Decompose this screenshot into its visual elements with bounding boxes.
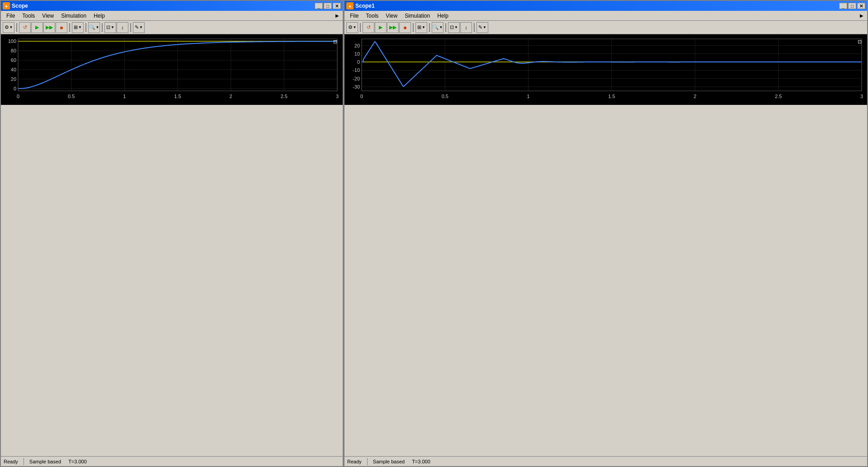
autoscale-btn-right[interactable]: ⊡▼ bbox=[448, 22, 460, 33]
sep2-right bbox=[413, 23, 414, 32]
status-ready-left: Ready bbox=[4, 459, 18, 464]
stop-btn-left[interactable]: ■ bbox=[56, 22, 67, 33]
menu-view-left[interactable]: View bbox=[38, 11, 57, 20]
settings-btn-right[interactable]: ⚙▼ bbox=[346, 22, 358, 33]
canvas-left bbox=[1, 34, 343, 104]
menu-help-left[interactable]: Help bbox=[90, 11, 108, 20]
toolbar-group3-left: ⊞▼ bbox=[72, 22, 84, 33]
toolbar-group4-left: 🔍▼ bbox=[88, 22, 100, 33]
autoscale-btn-left[interactable]: ⊡▼ bbox=[104, 22, 116, 33]
cursor-btn-left[interactable]: ↕ bbox=[117, 22, 128, 33]
menu-simulation-right[interactable]: Simulation bbox=[401, 11, 434, 20]
status-ready-right: Ready bbox=[347, 459, 362, 464]
title-bar-left-section: ▲ Scope bbox=[3, 2, 28, 9]
maximize-button-left[interactable]: □ bbox=[324, 3, 332, 9]
window-controls-right: _ □ ✕ bbox=[839, 3, 865, 9]
toolbar-group6-right: ✎▼ bbox=[476, 22, 488, 33]
scope-icon-right: ▲ bbox=[346, 2, 354, 9]
settings-btn-left[interactable]: ⚙▼ bbox=[3, 22, 14, 33]
title-bar-right: ▲ Scope1 _ □ ✕ bbox=[344, 1, 867, 11]
stop-btn-right[interactable]: ■ bbox=[399, 22, 411, 33]
status-time-left: T=3.000 bbox=[68, 459, 87, 464]
close-button-left[interactable]: ✕ bbox=[333, 3, 341, 9]
menu-simulation-left[interactable]: Simulation bbox=[57, 11, 90, 20]
toolbar-group1-left: ⚙▼ bbox=[3, 22, 14, 33]
title-bar-left: ▲ Scope _ □ ✕ bbox=[1, 1, 343, 11]
sep5-left bbox=[130, 23, 131, 32]
menu-bar-left: File Tools View Simulation Help ▶ bbox=[1, 11, 343, 21]
run-btn-right[interactable]: ▶ bbox=[375, 22, 387, 33]
menu-overflow-left[interactable]: ▶ bbox=[335, 13, 339, 18]
canvas-right bbox=[344, 34, 867, 104]
menu-tools-right[interactable]: Tools bbox=[362, 11, 382, 20]
stop-back-btn-left[interactable]: ↺ bbox=[19, 22, 31, 33]
toolbar-group5-left: ⊡▼ ↕ bbox=[104, 22, 128, 33]
sep3-right bbox=[429, 23, 430, 32]
menu-file-left[interactable]: File bbox=[3, 11, 19, 20]
status-time-right: T=3.000 bbox=[412, 459, 430, 464]
style-btn-left[interactable]: ✎▼ bbox=[133, 22, 145, 33]
menu-help-right[interactable]: Help bbox=[434, 11, 452, 20]
toolbar-group1-right: ⚙▼ bbox=[346, 22, 358, 33]
zoom-btn-right[interactable]: 🔍▼ bbox=[432, 22, 443, 33]
run-btn-left[interactable]: ▶ bbox=[31, 22, 43, 33]
sep4-left bbox=[102, 23, 103, 32]
scope-window-right: ▲ Scope1 _ □ ✕ File Tools View Simulatio… bbox=[344, 0, 868, 467]
plot-area-left: ⊡ bbox=[1, 34, 343, 105]
toolbar-group6-left: ✎▼ bbox=[133, 22, 145, 33]
menu-tools-left[interactable]: Tools bbox=[19, 11, 38, 20]
menu-view-right[interactable]: View bbox=[382, 11, 401, 20]
zoom-btn-left[interactable]: 🔍▼ bbox=[88, 22, 100, 33]
status-sample-right: Sample based bbox=[373, 459, 405, 464]
status-bar-right: Ready Sample based T=3.000 bbox=[344, 456, 867, 466]
toolbar-right: ⚙▼ ↺ ▶ ▶▶ ■ ⊞▼ 🔍▼ ⊡▼ ↕ bbox=[344, 21, 867, 34]
title-bar-right-section: ▲ Scope1 bbox=[346, 2, 375, 9]
stop-back-btn-right[interactable]: ↺ bbox=[363, 22, 374, 33]
expand-btn-left[interactable]: ⊡ bbox=[333, 39, 337, 45]
step-btn-right[interactable]: ▶▶ bbox=[387, 22, 399, 33]
sep1-right bbox=[360, 23, 361, 32]
expand-btn-right[interactable]: ⊡ bbox=[858, 39, 862, 45]
toolbar-group4-right: 🔍▼ bbox=[432, 22, 443, 33]
minimize-button-left[interactable]: _ bbox=[315, 3, 323, 9]
status-bar-left: Ready Sample based T=3.000 bbox=[1, 456, 343, 466]
menu-overflow-right[interactable]: ▶ bbox=[860, 13, 863, 18]
cursor-btn-right[interactable]: ↕ bbox=[460, 22, 472, 33]
maximize-button-right[interactable]: □ bbox=[848, 3, 856, 9]
menu-file-right[interactable]: File bbox=[346, 11, 362, 20]
sep4-right bbox=[445, 23, 446, 32]
sep5-right bbox=[474, 23, 475, 32]
menu-bar-right: File Tools View Simulation Help ▶ bbox=[344, 11, 867, 21]
toolbar-group3-right: ⊞▼ bbox=[415, 22, 427, 33]
step-btn-left[interactable]: ▶▶ bbox=[43, 22, 55, 33]
window-controls-left: _ □ ✕ bbox=[315, 3, 341, 9]
status-sep-left bbox=[24, 458, 24, 465]
window-title-left: Scope bbox=[12, 3, 28, 9]
style-btn-right[interactable]: ✎▼ bbox=[476, 22, 488, 33]
minimize-button-right[interactable]: _ bbox=[839, 3, 847, 9]
status-sep-right bbox=[367, 458, 368, 465]
toolbar-group2-right: ↺ ▶ ▶▶ ■ bbox=[363, 22, 411, 33]
scope-icon-left: ▲ bbox=[3, 2, 10, 9]
sep3-left bbox=[85, 23, 86, 32]
plot-container-left: ⊡ bbox=[1, 34, 343, 456]
layout-btn-left[interactable]: ⊞▼ bbox=[72, 22, 84, 33]
toolbar-group5-right: ⊡▼ ↕ bbox=[448, 22, 472, 33]
status-sample-left: Sample based bbox=[29, 459, 61, 464]
toolbar-left: ⚙▼ ↺ ▶ ▶▶ ■ ⊞▼ 🔍▼ ⊡▼ ↕ bbox=[1, 21, 343, 34]
close-button-right[interactable]: ✕ bbox=[857, 3, 865, 9]
sep1-left bbox=[16, 23, 17, 32]
sep2-left bbox=[69, 23, 70, 32]
layout-btn-right[interactable]: ⊞▼ bbox=[415, 22, 427, 33]
window-title-right: Scope1 bbox=[355, 3, 375, 9]
plot-container-right: ⊡ bbox=[344, 34, 867, 456]
scope-window-left: ▲ Scope _ □ ✕ File Tools View Simulation… bbox=[0, 0, 344, 467]
toolbar-group2-left: ↺ ▶ ▶▶ ■ bbox=[19, 22, 67, 33]
plot-area-right: ⊡ bbox=[344, 34, 867, 105]
